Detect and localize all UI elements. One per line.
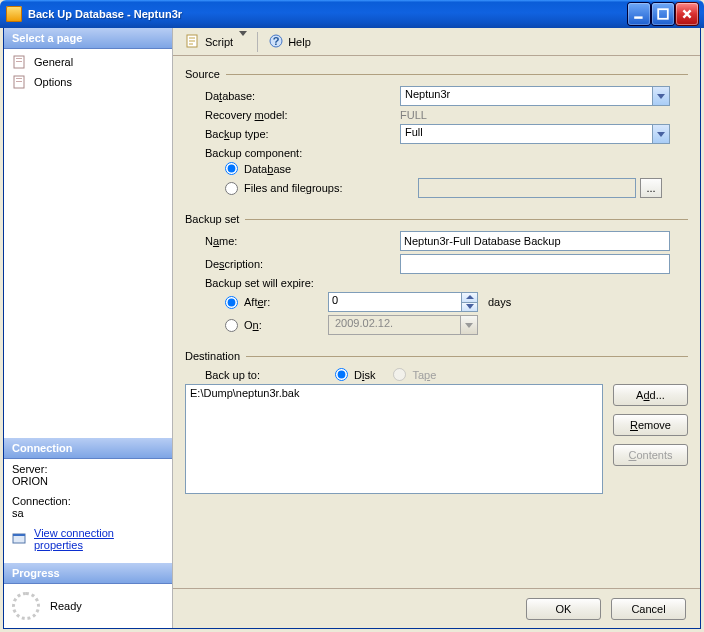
expire-on-date: 2009.02.12. — [328, 315, 478, 335]
name-input[interactable] — [400, 231, 670, 251]
select-page-header: Select a page — [4, 28, 172, 49]
expire-label: Backup set will expire: — [205, 277, 400, 289]
chevron-down-icon — [652, 87, 669, 105]
component-files-radio[interactable]: Files and filegroups: — [225, 182, 400, 195]
sidebar-item-general[interactable]: General — [4, 52, 172, 72]
add-button[interactable]: Add... — [613, 384, 688, 406]
chevron-down-icon — [239, 36, 247, 48]
database-icon — [6, 6, 22, 22]
expire-on-radio[interactable]: On: — [225, 319, 310, 332]
view-connection-properties-link[interactable]: View connection properties — [34, 527, 164, 551]
backup-component-label: Backup component: — [205, 147, 400, 159]
sidebar-item-label: General — [34, 56, 73, 68]
connection-props-icon — [12, 531, 28, 547]
sidebar-item-options[interactable]: Options — [4, 72, 172, 92]
progress-spinner-icon — [12, 592, 40, 620]
recovery-model-label: Recovery model: — [205, 109, 400, 121]
name-label: Name: — [205, 235, 400, 247]
destination-group: Destination Back up to: Disk Tape E:\Dum… — [185, 346, 688, 497]
help-button[interactable]: ? Help — [264, 31, 315, 53]
svg-rect-9 — [13, 534, 25, 536]
window-title: Back Up Database - Neptun3r — [28, 8, 628, 20]
connection-label: Connection: — [12, 495, 164, 507]
disk-radio[interactable]: Disk — [335, 368, 375, 381]
expire-after-radio[interactable]: After: — [225, 296, 310, 309]
connection-header: Connection — [4, 438, 172, 459]
progress-header: Progress — [4, 563, 172, 584]
chevron-down-icon — [652, 125, 669, 143]
script-icon — [185, 33, 201, 51]
backup-set-group: Backup set Name: Description: Backup set… — [185, 209, 688, 338]
page-icon — [12, 54, 28, 70]
server-value: ORION — [12, 475, 164, 487]
toolbar: Script ? Help — [173, 28, 700, 56]
back-up-to-label: Back up to: — [205, 369, 335, 381]
sidebar: Select a page General Options Connection… — [4, 28, 173, 628]
description-input[interactable] — [400, 254, 670, 274]
chevron-down-icon — [461, 302, 477, 312]
filegroups-browse-button[interactable]: ... — [640, 178, 662, 198]
svg-rect-7 — [16, 81, 22, 82]
component-database-radio[interactable]: Database — [225, 162, 291, 175]
connection-value: sa — [12, 507, 164, 519]
maximize-button[interactable] — [652, 3, 674, 25]
destination-item[interactable]: E:\Dump\neptun3r.bak — [190, 387, 598, 399]
help-icon: ? — [268, 33, 284, 51]
source-legend: Source — [185, 68, 220, 80]
server-label: Server: — [12, 463, 164, 475]
days-label: days — [488, 296, 511, 308]
tape-radio: Tape — [393, 368, 436, 381]
chevron-up-icon — [461, 293, 477, 302]
description-label: Description: — [205, 258, 400, 270]
expire-after-days-input[interactable]: 0 — [328, 292, 478, 312]
svg-rect-0 — [634, 16, 642, 18]
svg-text:?: ? — [273, 35, 280, 47]
progress-status: Ready — [50, 600, 82, 612]
recovery-model-value: FULL — [400, 109, 427, 121]
svg-rect-6 — [16, 78, 22, 79]
database-select[interactable]: Neptun3r — [400, 86, 670, 106]
title-bar: Back Up Database - Neptun3r — [0, 0, 704, 28]
remove-button[interactable]: Remove — [613, 414, 688, 436]
ok-button[interactable]: OK — [526, 598, 601, 620]
database-label: Database: — [205, 90, 400, 102]
source-group: Source Database: Neptun3r Recovery model… — [185, 64, 688, 201]
close-button[interactable] — [676, 3, 698, 25]
svg-rect-1 — [658, 9, 668, 19]
contents-button[interactable]: Contents — [613, 444, 688, 466]
cancel-button[interactable]: Cancel — [611, 598, 686, 620]
spinner-arrows[interactable] — [461, 293, 477, 311]
page-icon — [12, 74, 28, 90]
destination-list[interactable]: E:\Dump\neptun3r.bak — [185, 384, 603, 494]
backup-type-label: Backup type: — [205, 128, 400, 140]
backup-set-legend: Backup set — [185, 213, 239, 225]
backup-type-select[interactable]: Full — [400, 124, 670, 144]
svg-rect-4 — [16, 61, 22, 62]
minimize-button[interactable] — [628, 3, 650, 25]
destination-legend: Destination — [185, 350, 240, 362]
script-button[interactable]: Script — [181, 31, 251, 53]
svg-rect-3 — [16, 58, 22, 59]
filegroups-input — [418, 178, 636, 198]
chevron-down-icon — [460, 316, 477, 334]
sidebar-item-label: Options — [34, 76, 72, 88]
